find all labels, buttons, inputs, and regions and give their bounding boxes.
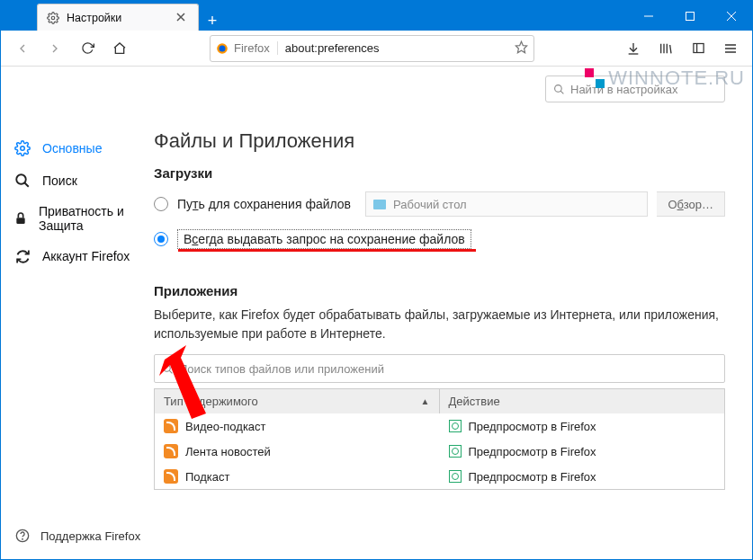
svg-marker-4 [515, 41, 527, 53]
watermark-text: WINNOTE.RU [608, 67, 745, 90]
lock-icon [13, 209, 28, 227]
sidebar-item-general[interactable]: Основные [1, 132, 154, 164]
apps-heading: Приложения [154, 283, 725, 298]
tab-preferences[interactable]: Настройки [37, 4, 199, 31]
forward-button[interactable] [40, 34, 69, 63]
firefox-icon [216, 42, 229, 55]
preferences-content: WINNOTE.RU Основные Поиск Приватность и … [1, 67, 752, 560]
search-icon [13, 172, 31, 190]
radio-always-ask[interactable]: Всегда выдавать запрос на сохранение фай… [154, 226, 725, 253]
site-identity[interactable]: Firefox [216, 41, 278, 55]
sidebar-item-label: Аккаунт Firefox [42, 249, 130, 263]
browse-label: Обзор… [668, 198, 713, 211]
feed-icon [164, 419, 178, 433]
svg-point-3 [220, 45, 226, 51]
svg-point-7 [16, 174, 26, 184]
support-label: Поддержка Firefox [40, 529, 140, 543]
gear-icon [47, 12, 59, 24]
sidebar-toggle-button[interactable] [684, 34, 713, 63]
window-close-button[interactable] [711, 1, 752, 31]
tab-close-button[interactable] [173, 10, 189, 26]
folder-icon [373, 200, 386, 209]
cell-type: Лента новостей [185, 445, 271, 458]
sort-ascending-icon: ▲ [421, 396, 430, 406]
browse-button[interactable]: Обзор… [657, 191, 725, 217]
sidebar-item-label: Поиск [42, 173, 77, 188]
sidebar-item-label: Основные [42, 141, 102, 156]
identity-label: Firefox [234, 41, 270, 55]
column-label: Тип содержимого [164, 395, 258, 408]
svg-rect-1 [686, 12, 695, 20]
cell-action: Предпросмотр в Firefox [469, 445, 596, 458]
column-header-action[interactable]: Действие [440, 389, 725, 413]
preferences-main: Найти в настройках Файлы и Приложения За… [154, 67, 752, 560]
table-row[interactable]: Лента новостей Предпросмотр в Firefox [155, 439, 724, 464]
preview-icon [449, 420, 462, 432]
table-row[interactable]: Подкаст Предпросмотр в Firefox [155, 464, 724, 489]
new-tab-button[interactable]: + [199, 12, 226, 31]
library-button[interactable] [651, 34, 680, 63]
bookmark-star-icon[interactable] [515, 40, 528, 57]
sidebar-item-label: Приватность и Защита [39, 204, 141, 233]
url-text: about:preferences [285, 41, 380, 55]
svg-rect-5 [693, 44, 703, 53]
radio-icon [154, 232, 168, 246]
apps-search-placeholder: Поиск типов файлов или приложений [179, 362, 384, 376]
window-minimize-button[interactable] [628, 1, 669, 31]
cell-action: Предпросмотр в Firefox [469, 420, 596, 433]
home-button[interactable] [105, 34, 134, 63]
column-header-type[interactable]: Тип содержимого ▲ [155, 389, 440, 413]
sidebar-item-account[interactable]: Аккаунт Firefox [1, 240, 154, 272]
back-button[interactable] [8, 34, 37, 63]
sync-icon [13, 247, 31, 265]
radio-save-to-path[interactable]: Путь для сохранения файлов Рабочий стол … [154, 188, 725, 220]
svg-point-0 [51, 16, 55, 20]
cell-type: Подкаст [185, 470, 230, 484]
column-label: Действие [449, 395, 500, 408]
tab-strip: Настройки + [1, 1, 226, 31]
table-row[interactable]: Видео-подкаст Предпросмотр в Firefox [155, 413, 724, 439]
radio-icon [154, 197, 168, 211]
feed-icon [164, 444, 178, 458]
window-controls [628, 1, 752, 31]
nav-toolbar: Firefox about:preferences [1, 31, 752, 67]
reload-button[interactable] [73, 34, 102, 63]
svg-point-12 [164, 364, 171, 371]
preview-icon [449, 445, 462, 458]
apps-table: Тип содержимого ▲ Действие Видео-подкаст… [154, 388, 725, 490]
downloads-button[interactable] [619, 34, 648, 63]
preview-icon [449, 470, 462, 483]
help-icon [13, 527, 31, 545]
sidebar-item-search[interactable]: Поиск [1, 164, 154, 197]
radio-label: Всегда выдавать запрос на сохранение фай… [177, 229, 471, 249]
radio-label: Путь для сохранения файлов [177, 197, 351, 211]
app-menu-button[interactable] [716, 34, 745, 63]
svg-rect-8 [16, 218, 24, 224]
cell-action: Предпросмотр в Firefox [469, 470, 596, 484]
section-title: Файлы и Приложения [154, 129, 725, 153]
sidebar-item-privacy[interactable]: Приватность и Защита [1, 197, 154, 240]
apps-description: Выберите, как Firefox будет обрабатывать… [154, 306, 725, 343]
svg-point-6 [21, 147, 25, 151]
download-path-field[interactable]: Рабочий стол [365, 191, 648, 217]
cell-type: Видео-подкаст [185, 420, 266, 433]
preferences-sidebar: Основные Поиск Приватность и Защита Акка… [1, 67, 154, 560]
svg-point-10 [22, 538, 23, 539]
url-bar[interactable]: Firefox about:preferences [210, 35, 534, 62]
watermark: WINNOTE.RU [585, 67, 745, 90]
gear-icon [13, 139, 31, 157]
watermark-logo-icon [585, 68, 605, 88]
apps-search-input[interactable]: Поиск типов файлов или приложений [154, 354, 725, 383]
downloads-heading: Загрузки [154, 165, 725, 181]
support-link[interactable]: Поддержка Firefox [1, 520, 153, 552]
tab-label: Настройки [67, 12, 121, 24]
apps-table-header: Тип содержимого ▲ Действие [155, 389, 724, 413]
window-titlebar: Настройки + [1, 1, 752, 31]
window-maximize-button[interactable] [669, 1, 711, 31]
svg-point-11 [555, 84, 562, 92]
path-value: Рабочий стол [393, 198, 467, 211]
feed-icon [164, 469, 178, 484]
